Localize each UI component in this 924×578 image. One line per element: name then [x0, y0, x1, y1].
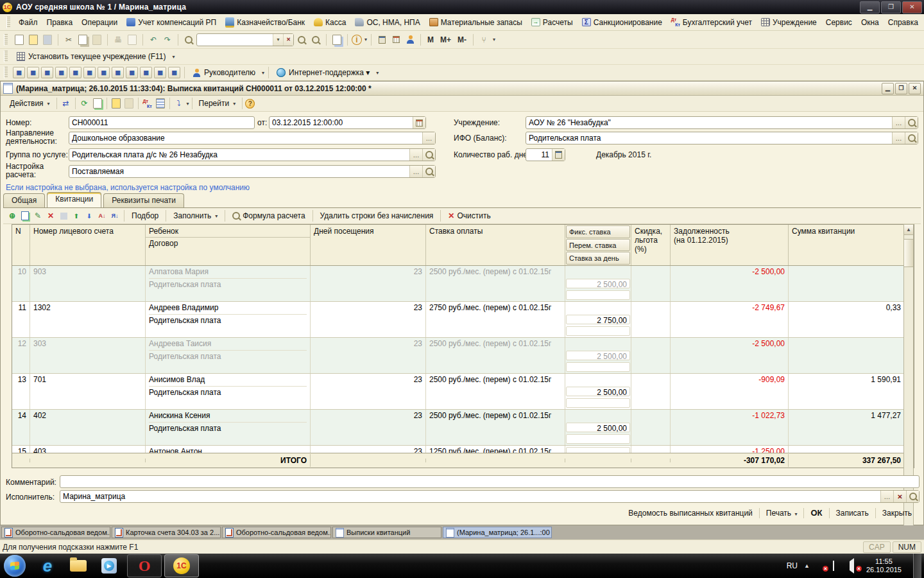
- end-edit-icon[interactable]: [57, 210, 70, 222]
- menu-item-бухгалтерский-учет[interactable]: Бухгалтерский учет: [667, 16, 757, 29]
- mdi-tab[interactable]: Выписки квитанций: [332, 527, 441, 538]
- dtkt-icon[interactable]: [141, 97, 154, 110]
- report-icon-1[interactable]: ▦: [13, 67, 25, 78]
- reread-icon[interactable]: ⇄: [60, 97, 73, 110]
- language-indicator[interactable]: RU: [787, 561, 798, 570]
- memory-minus-button[interactable]: M-: [455, 35, 469, 44]
- save-button[interactable]: Записать: [830, 506, 875, 520]
- start-button[interactable]: [4, 555, 26, 577]
- memory-button[interactable]: M: [425, 35, 436, 44]
- mdi-tab[interactable]: Карточка счета 304.03 за 2...: [112, 527, 221, 538]
- search-dropdown-icon[interactable]: ▾: [273, 34, 283, 46]
- service-group-field[interactable]: …: [69, 148, 436, 161]
- direction-field[interactable]: …: [69, 132, 436, 144]
- institution-input[interactable]: [526, 117, 892, 128]
- toolbar-grip[interactable]: [4, 51, 8, 62]
- print-button[interactable]: Печать ▾: [760, 506, 804, 520]
- save-icon[interactable]: [41, 33, 54, 46]
- calc-setting-open-icon[interactable]: [422, 166, 435, 177]
- direction-input[interactable]: [69, 132, 422, 144]
- volume-icon[interactable]: ✕: [850, 561, 860, 570]
- sort-desc-icon[interactable]: Я↓: [108, 210, 121, 222]
- show-desktop-button[interactable]: [913, 554, 921, 578]
- menu-item-казначейство-банк[interactable]: Казначейство/Банк: [221, 15, 309, 30]
- user-settings-icon[interactable]: [404, 33, 416, 46]
- podbor-button[interactable]: Подбор: [127, 211, 163, 220]
- support-dropdown-icon[interactable]: ▾: [376, 70, 379, 76]
- report-icon-9[interactable]: ▦: [126, 67, 138, 78]
- date-field[interactable]: [269, 116, 426, 129]
- menu-item-расчеты[interactable]: Расчеты: [527, 16, 578, 29]
- sort-asc-icon[interactable]: А↓: [96, 210, 108, 222]
- ifo-field[interactable]: …: [526, 132, 918, 144]
- table-row[interactable]: 13701Анисимов ВладРодительская плата2325…: [12, 374, 914, 410]
- copy-window-icon[interactable]: [330, 33, 343, 46]
- delete-row-icon[interactable]: ✕: [44, 210, 57, 222]
- media-player-icon[interactable]: ▶: [96, 555, 122, 577]
- scroll-up-icon[interactable]: ▲: [904, 225, 913, 235]
- executor-open-icon[interactable]: [906, 491, 919, 502]
- add-row-icon[interactable]: ⊕: [6, 210, 19, 222]
- menu-item-файл[interactable]: Файл: [14, 16, 42, 29]
- doc-restore-button[interactable]: ❐: [895, 83, 907, 94]
- search-input[interactable]: [197, 35, 273, 45]
- executor-input[interactable]: [60, 491, 880, 502]
- report-icon-3[interactable]: ▦: [41, 67, 53, 78]
- internet-support-button[interactable]: Интернет-поддержка ▾: [273, 68, 373, 77]
- move-down-icon[interactable]: ⬇: [83, 210, 96, 222]
- menu-item-материальные-запасы[interactable]: Материальные запасы: [425, 16, 527, 29]
- calculator-icon[interactable]: [375, 33, 388, 46]
- structure-dropdown-icon[interactable]: ▾: [187, 101, 189, 107]
- paste-icon[interactable]: [90, 33, 103, 46]
- close-button[interactable]: ✕: [902, 1, 922, 13]
- manager-dropdown-icon[interactable]: ▾: [262, 70, 264, 76]
- report-icon-8[interactable]: ▦: [112, 67, 124, 78]
- find-prev-icon[interactable]: [309, 33, 322, 46]
- menu-item-сервис[interactable]: Сервис: [821, 16, 857, 29]
- edit-row-icon[interactable]: ✎: [31, 210, 44, 222]
- calc-setting-input[interactable]: [69, 166, 409, 177]
- date-input[interactable]: [270, 117, 413, 128]
- 1c-taskbar-button[interactable]: 1С: [164, 554, 199, 577]
- memory-plus-button[interactable]: M+: [438, 35, 454, 44]
- fill-button[interactable]: Заполнить▾: [169, 211, 222, 220]
- executor-clear-icon[interactable]: ✕: [893, 491, 906, 502]
- date-calendar-icon[interactable]: [413, 117, 425, 128]
- info-icon[interactable]: i: [352, 35, 362, 45]
- number-input[interactable]: [69, 117, 254, 128]
- tab-реквизиты-печати[interactable]: Реквизиты печати: [103, 193, 184, 207]
- institution-open-icon[interactable]: [905, 117, 918, 128]
- taskbar-clock[interactable]: 11:55 26.10.2015: [866, 557, 902, 574]
- receipt-sheet-button[interactable]: Ведомость выписанных квитанций: [622, 506, 758, 520]
- search-clear-icon[interactable]: ✕: [283, 34, 293, 46]
- report-icon-2[interactable]: ▦: [27, 67, 39, 78]
- print-preview-icon[interactable]: [126, 33, 139, 46]
- ifo-input[interactable]: [526, 132, 892, 144]
- service-settings-icon[interactable]: ⑂: [477, 33, 490, 46]
- report-icon-7[interactable]: ▦: [98, 67, 110, 78]
- info-dropdown-icon[interactable]: ▾: [364, 37, 367, 42]
- report-icon-10[interactable]: ▦: [140, 67, 152, 78]
- mdi-tab-active[interactable]: (Марина_матрица; 26.1...:00 *: [443, 527, 552, 538]
- unpost-document-icon[interactable]: [123, 97, 135, 110]
- menu-item-ос-нма-нпа[interactable]: ОС, НМА, НПА: [350, 16, 424, 29]
- mdi-tab[interactable]: Оборотно-сальдовая ведом...: [222, 527, 331, 538]
- search-icon[interactable]: [182, 33, 195, 46]
- number-field[interactable]: [69, 116, 255, 129]
- clear-button[interactable]: ✕Очистить: [443, 211, 495, 220]
- workdays-field[interactable]: [526, 148, 565, 161]
- calc-setting-field[interactable]: …: [69, 165, 436, 178]
- calc-setting-choose-icon[interactable]: …: [409, 166, 422, 177]
- delete-empty-rows-button[interactable]: Удалить строки без начисления: [316, 211, 438, 220]
- toolbar-grip[interactable]: [6, 17, 10, 28]
- internet-explorer-icon[interactable]: e: [35, 555, 60, 577]
- table-row[interactable]: 14402Анискина КсенияРодительская плата23…: [12, 410, 914, 446]
- undo-icon[interactable]: ↶: [147, 33, 160, 46]
- toolbar-grip[interactable]: [4, 67, 8, 78]
- tab-общая[interactable]: Общая: [3, 193, 45, 207]
- service-group-open-icon[interactable]: [422, 149, 435, 161]
- goto-menu-button[interactable]: Перейти▾: [195, 98, 240, 109]
- refresh-icon[interactable]: ⟳: [78, 97, 91, 110]
- menu-item-окна[interactable]: Окна: [857, 16, 884, 29]
- tab-квитанции[interactable]: Квитанции: [47, 192, 101, 207]
